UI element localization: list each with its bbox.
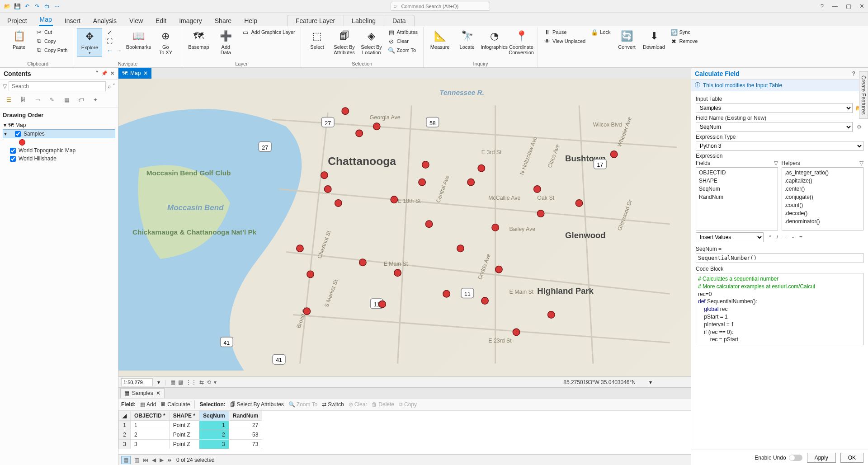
close-icon[interactable]: ✕ <box>156 390 160 396</box>
help-icon[interactable]: ? <box>852 70 855 77</box>
tab-help[interactable]: Help <box>243 15 258 26</box>
select-all-corner[interactable]: ◢ <box>119 411 131 421</box>
list-by-drawing-icon[interactable]: ☰ <box>4 95 14 105</box>
list-item[interactable]: .count() <box>783 201 863 209</box>
sync-button[interactable]: 🔃Sync <box>669 28 700 36</box>
cell[interactable]: 73 <box>229 440 262 449</box>
cell[interactable]: 53 <box>229 430 262 440</box>
save-icon[interactable]: 💾 <box>14 3 21 10</box>
list-by-snapping-icon[interactable]: ▦ <box>61 95 71 105</box>
add-graphics-button[interactable]: ▭Add Graphics Layer <box>240 28 297 36</box>
download-button[interactable]: ⬇Download <box>642 28 667 51</box>
create-features-tab[interactable]: Create Features <box>859 71 868 119</box>
table-zoom-to[interactable]: 🔍Zoom To <box>288 401 317 408</box>
chevron-down-icon[interactable]: ▾ <box>214 379 217 385</box>
table-row[interactable]: 11Point Z127 <box>119 421 262 430</box>
chevron-down-icon[interactable]: ▾ <box>157 379 160 385</box>
list-item[interactable]: .decode() <box>783 209 863 217</box>
tab-labeling[interactable]: Labeling <box>344 15 384 26</box>
cell[interactable]: 27 <box>229 421 262 430</box>
locate-button[interactable]: 🔭Locate <box>454 28 480 51</box>
list-by-editing-icon[interactable]: ✎ <box>47 95 57 105</box>
snap-icon[interactable]: ⋮⋮ <box>186 379 197 385</box>
command-search-input[interactable] <box>391 2 490 11</box>
cell[interactable]: 3 <box>199 440 229 449</box>
fields-listbox[interactable]: OBJECTID SHAPE SeqNum RandNum <box>696 167 778 230</box>
col-shape[interactable]: SHAPE * <box>169 411 199 421</box>
list-by-labeling-icon[interactable]: 🏷 <box>76 95 86 105</box>
list-item[interactable]: SeqNum <box>697 185 777 193</box>
first-record-icon[interactable]: ⏮ <box>143 457 148 463</box>
infographics-button[interactable]: ◔Infographics <box>481 28 507 51</box>
close-icon[interactable]: ✕ <box>859 3 864 9</box>
tab-project[interactable]: Project <box>6 15 28 26</box>
map-scale-input[interactable] <box>121 378 153 386</box>
list-by-selection-icon[interactable]: ▭ <box>33 95 42 105</box>
coord-conv-button[interactable]: 📍Coordinate Conversion <box>509 28 534 56</box>
bookmarks-button[interactable]: 📖Bookmarks <box>126 28 151 51</box>
tab-imagery[interactable]: Imagery <box>178 15 203 26</box>
gear-icon[interactable]: ⚙ <box>854 122 863 132</box>
row-header[interactable]: 3 <box>119 440 131 449</box>
remove-button[interactable]: ✖Remove <box>669 37 700 45</box>
copy-path-button[interactable]: ⧉Copy Path <box>33 46 69 54</box>
minimize-icon[interactable]: — <box>832 3 838 9</box>
layer-visible-checkbox[interactable] <box>15 131 21 137</box>
paste-button[interactable]: 📋Paste <box>6 28 32 51</box>
list-item[interactable]: .conjugate() <box>783 193 863 201</box>
show-selected-icon[interactable]: ▥ <box>134 457 139 463</box>
grid-icon[interactable]: ▦ <box>170 379 175 385</box>
list-item[interactable]: .as_integer_ratio() <box>783 169 863 177</box>
lock-button[interactable]: 🔒Lock <box>589 28 612 36</box>
list-by-perception-icon[interactable]: ✦ <box>90 95 100 105</box>
cell[interactable]: 1 <box>131 421 170 430</box>
col-randnum[interactable]: RandNum <box>229 411 262 421</box>
view-unplaced-button[interactable]: 👁View Unplaced <box>542 37 587 45</box>
select-by-loc-button[interactable]: ◈Select By Location <box>359 28 384 56</box>
add-data-button[interactable]: ➕Add Data <box>213 28 238 56</box>
contents-search-input[interactable] <box>9 81 106 91</box>
list-item[interactable]: .denominator() <box>783 217 863 225</box>
basemap-button[interactable]: 🗺Basemap <box>186 28 211 51</box>
help-icon[interactable]: ? <box>821 3 824 9</box>
filter-icon[interactable]: ▽ <box>774 160 778 166</box>
layer-visible-checkbox[interactable] <box>10 148 16 154</box>
nav-fixed-zoom[interactable]: ⛶ <box>104 37 124 45</box>
copy-button[interactable]: ⧉Copy <box>33 37 69 45</box>
pin-icon[interactable]: 📌 <box>101 70 108 76</box>
goto-xy-button[interactable]: ⊕Go To XY <box>153 28 178 56</box>
list-item[interactable]: RandNum <box>697 193 777 201</box>
chevron-down-icon[interactable]: ˅ <box>96 70 99 76</box>
explore-button[interactable]: ✥Explore▾ <box>77 28 102 57</box>
dynamic-icon[interactable]: ⟲ <box>207 379 211 385</box>
select-by-attr-button[interactable]: 🗐Select By Attributes <box>332 28 357 56</box>
maximize-icon[interactable]: ▢ <box>846 3 851 9</box>
tab-insert[interactable]: Insert <box>64 15 81 26</box>
switch-icon[interactable] <box>789 455 802 461</box>
tab-analysis[interactable]: Analysis <box>92 15 118 26</box>
input-table-select[interactable]: Samples <box>696 103 853 113</box>
op-divide[interactable]: / <box>777 234 778 240</box>
code-block[interactable]: # Calculates a sequential number# More c… <box>696 273 863 345</box>
qat-more-icon[interactable]: ⋯ <box>53 3 61 10</box>
col-seqnum[interactable]: SeqNum <box>199 411 229 421</box>
search-icon[interactable]: ⌕ <box>108 83 111 89</box>
cell[interactable]: 3 <box>131 440 170 449</box>
tab-data[interactable]: Data <box>384 15 414 26</box>
cell[interactable]: Point Z <box>169 440 199 449</box>
last-record-icon[interactable]: ⏭ <box>167 457 173 463</box>
convert-button[interactable]: 🔄Convert <box>614 28 640 51</box>
table-copy-button[interactable]: ⧉Copy <box>399 401 417 408</box>
close-icon[interactable]: ✕ <box>110 70 114 76</box>
select-button[interactable]: ⬚Select <box>305 28 330 51</box>
undo-icon[interactable]: ↶ <box>24 3 31 10</box>
chevron-down-icon[interactable]: ▾ <box>649 379 652 385</box>
nav-back-fwd[interactable]: ←→ <box>104 46 124 54</box>
map-view-tab[interactable]: 🗺Map✕ <box>118 68 151 79</box>
tab-edit[interactable]: Edit <box>155 15 167 26</box>
attribute-grid[interactable]: ◢ OBJECTID * SHAPE * SeqNum RandNum 11Po… <box>118 411 691 454</box>
prev-record-icon[interactable]: ◀ <box>152 457 156 463</box>
list-by-source-icon[interactable]: 🗄 <box>18 95 28 105</box>
cut-button[interactable]: ✂Cut <box>33 28 69 36</box>
cell[interactable]: 1 <box>199 421 229 430</box>
